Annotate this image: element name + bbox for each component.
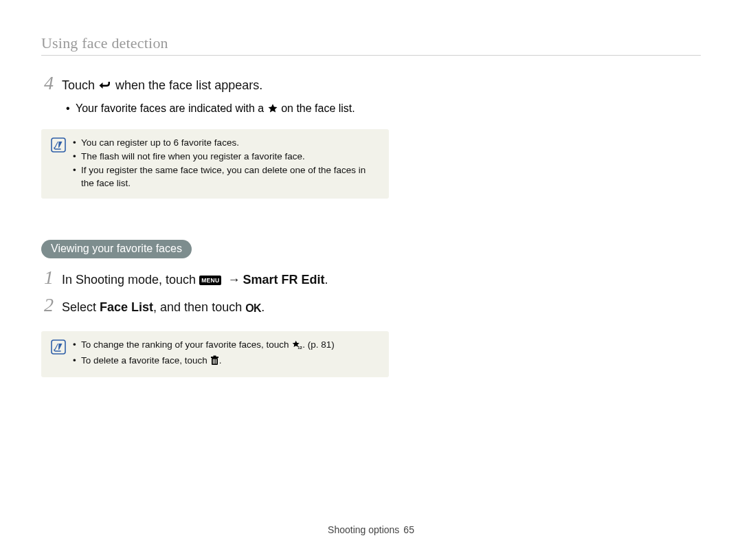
- chapter-title: Using face detection: [41, 34, 701, 56]
- note2-line1-a: To change the ranking of your favorite f…: [81, 339, 291, 350]
- step-1-bold: Smart FR Edit: [243, 273, 324, 287]
- trash-icon: [210, 355, 219, 370]
- step-1-prefix: In Shooting mode, touch: [62, 273, 199, 287]
- svg-rect-4: [211, 357, 218, 358]
- note-list-1: You can register up to 6 favorite faces.…: [73, 136, 379, 190]
- note-item: You can register up to 6 favorite faces.: [73, 136, 379, 150]
- ok-icon: OK: [245, 301, 261, 316]
- note-icon: [51, 137, 66, 153]
- step-1-period: .: [324, 273, 328, 287]
- step-4-prefix: Touch: [62, 78, 98, 92]
- menu-icon: MENU: [199, 276, 221, 285]
- step-number: 4: [41, 74, 54, 93]
- step-4-bullet-1: Your favorite faces are indicated with a…: [66, 100, 398, 118]
- step-number: 1: [41, 268, 54, 287]
- note2-line2-b: .: [219, 355, 222, 366]
- step-4-bullets: Your favorite faces are indicated with a…: [66, 100, 398, 118]
- step-4: 4 Touch when the face list appears.: [41, 74, 398, 96]
- step-1: 1 In Shooting mode, touch MENU →Smart FR…: [41, 268, 398, 289]
- bullet-prefix: Your favorite faces are indicated with a: [76, 102, 267, 114]
- star-icon: [267, 102, 278, 118]
- footer-label: Shooting options: [328, 524, 399, 535]
- page-footer: Shooting options65: [0, 524, 742, 535]
- svg-rect-8: [216, 359, 216, 363]
- bullet-suffix: on the face list.: [278, 102, 355, 114]
- section-heading-pill: Viewing your favorite faces: [41, 240, 192, 258]
- svg-rect-0: [52, 138, 65, 152]
- svg-rect-6: [212, 359, 213, 363]
- svg-rect-7: [214, 359, 215, 363]
- step-2-text: Select Face List, and then touch OK.: [62, 299, 265, 316]
- step-1-text: In Shooting mode, touch MENU →Smart FR E…: [62, 271, 328, 289]
- note-box-1: You can register up to 6 favorite faces.…: [41, 129, 389, 198]
- step-4-suffix: when the face list appears.: [112, 78, 262, 92]
- return-icon: [98, 79, 112, 96]
- note-item: If you register the same face twice, you…: [73, 164, 379, 190]
- note-list-2: To change the ranking of your favorite f…: [73, 338, 335, 369]
- note-icon: [51, 339, 66, 355]
- note2-line2-a: To delete a favorite face, touch: [81, 355, 210, 366]
- star-rank-icon: 123: [291, 340, 302, 354]
- note-box-2: To change the ranking of your favorite f…: [41, 331, 389, 377]
- step-2-period: .: [261, 300, 265, 314]
- step-2-b: , and then touch: [153, 300, 245, 314]
- step-number: 2: [41, 295, 54, 315]
- svg-rect-1: [52, 340, 65, 354]
- step-2-a: Select: [62, 300, 100, 314]
- step-4-text: Touch when the face list appears.: [62, 77, 262, 96]
- step-2: 2 Select Face List, and then touch OK.: [41, 295, 398, 316]
- page-number: 65: [403, 524, 414, 535]
- arrow-icon: →: [225, 271, 243, 289]
- note-item: The flash will not fire when you registe…: [73, 150, 379, 164]
- note2-line1-b: . (p. 81): [302, 339, 335, 350]
- note-item: To delete a favorite face, touch .: [73, 354, 335, 370]
- step-2-bold: Face List: [100, 300, 153, 314]
- note-item: To change the ranking of your favorite f…: [73, 338, 335, 354]
- svg-rect-5: [213, 355, 216, 357]
